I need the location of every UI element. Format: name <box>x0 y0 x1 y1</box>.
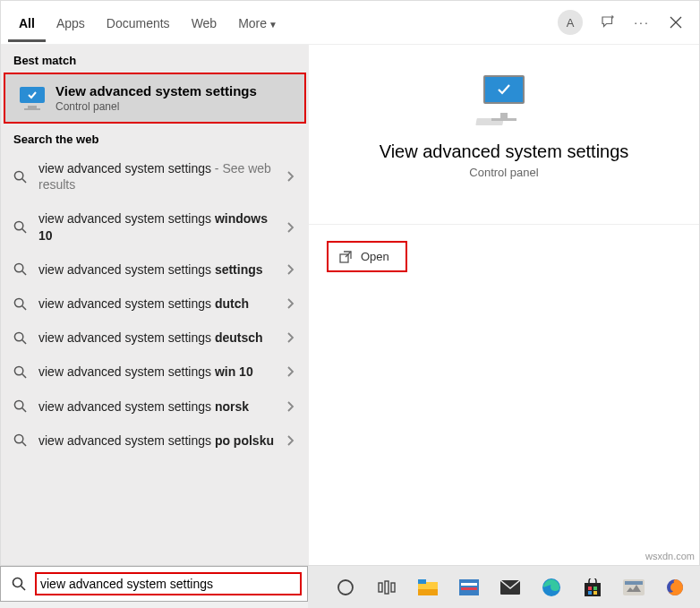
web-result-row[interactable]: view advanced system settings win 10 <box>1 355 309 389</box>
svg-line-17 <box>22 442 26 446</box>
web-result-text: view advanced system settings windows 10 <box>38 210 281 243</box>
svg-point-14 <box>14 401 22 409</box>
watermark: wsxdn.com <box>645 551 695 561</box>
feedback-icon[interactable] <box>599 13 617 31</box>
close-icon[interactable] <box>667 13 685 31</box>
best-match-result[interactable]: View advanced system settings Control pa… <box>4 73 306 124</box>
best-match-title: View advanced system settings <box>55 83 257 98</box>
svg-line-9 <box>22 305 26 309</box>
svg-rect-29 <box>461 583 477 586</box>
svg-rect-27 <box>418 589 438 595</box>
search-icon <box>13 297 30 311</box>
svg-point-8 <box>14 298 22 306</box>
web-result-text: view advanced system settings norsk <box>38 398 281 415</box>
web-result-text: view advanced system settings deutsch <box>38 330 281 346</box>
tab-apps[interactable]: Apps <box>46 4 96 42</box>
svg-rect-36 <box>588 591 592 595</box>
svg-line-3 <box>22 179 26 183</box>
search-icon <box>13 220 30 234</box>
chevron-down-icon: ▼ <box>269 20 277 30</box>
chevron-right-icon[interactable] <box>281 400 300 413</box>
svg-rect-24 <box>391 583 395 592</box>
chevron-right-icon[interactable] <box>281 365 300 378</box>
web-result-row[interactable]: view advanced system settings norsk <box>1 390 309 424</box>
svg-point-4 <box>14 221 22 229</box>
section-best-match: Best match <box>1 45 309 73</box>
chevron-right-icon[interactable] <box>281 221 300 234</box>
search-icon <box>13 433 30 447</box>
svg-rect-37 <box>593 591 597 595</box>
search-bar[interactable] <box>0 566 308 602</box>
firefox-icon[interactable] <box>664 577 686 598</box>
file-explorer-icon[interactable] <box>417 577 439 598</box>
search-icon <box>13 262 30 276</box>
taskbar <box>308 566 700 608</box>
preview-panel: View advanced system settings Control pa… <box>309 45 699 565</box>
section-web: Search the web <box>1 124 309 151</box>
chevron-right-icon[interactable] <box>281 170 300 183</box>
tab-all[interactable]: All <box>8 4 46 42</box>
chevron-right-icon[interactable] <box>281 331 300 344</box>
chevron-right-icon[interactable] <box>281 297 300 310</box>
web-result-text: view advanced system settings win 10 <box>38 364 281 380</box>
app-icon-1[interactable] <box>458 577 480 598</box>
web-result-text: view advanced system settings dutch <box>38 295 281 312</box>
svg-line-15 <box>22 408 26 412</box>
svg-rect-23 <box>385 581 388 594</box>
web-result-row[interactable]: view advanced system settings dutch <box>1 287 309 321</box>
svg-point-2 <box>14 171 22 179</box>
mail-icon[interactable] <box>499 577 521 598</box>
web-result-row[interactable]: view advanced system settings settings <box>1 253 309 287</box>
search-icon <box>13 170 30 184</box>
tab-web[interactable]: Web <box>181 4 228 42</box>
svg-rect-34 <box>588 587 592 590</box>
svg-line-11 <box>22 340 26 344</box>
search-icon <box>12 577 30 591</box>
web-result-text: view advanced system settings po polsku <box>38 432 281 449</box>
tab-documents[interactable]: Documents <box>96 4 181 42</box>
search-icon <box>13 365 30 379</box>
cortana-icon[interactable] <box>335 577 356 598</box>
more-options-icon[interactable]: ··· <box>633 13 651 31</box>
control-panel-icon <box>18 87 47 110</box>
app-icon-2[interactable] <box>623 577 645 598</box>
web-result-text: view advanced system settings - See web … <box>38 160 281 193</box>
svg-line-20 <box>21 587 26 591</box>
svg-line-13 <box>22 374 26 378</box>
svg-rect-26 <box>418 579 426 584</box>
svg-rect-33 <box>585 583 601 596</box>
task-view-icon[interactable] <box>376 577 397 598</box>
search-input[interactable] <box>40 577 296 591</box>
svg-point-10 <box>14 332 22 340</box>
chevron-right-icon[interactable] <box>281 263 300 276</box>
svg-point-19 <box>13 578 22 587</box>
search-icon <box>13 399 30 413</box>
preview-title: View advanced system settings <box>380 141 629 162</box>
tab-more[interactable]: More▼ <box>227 4 288 42</box>
open-button[interactable]: Open <box>327 241 407 272</box>
preview-icon <box>473 72 535 125</box>
svg-point-16 <box>14 435 22 443</box>
svg-line-5 <box>22 229 26 233</box>
svg-point-21 <box>338 580 353 595</box>
edge-icon[interactable] <box>541 577 562 598</box>
open-external-icon <box>339 251 352 263</box>
chevron-right-icon[interactable] <box>281 434 300 447</box>
svg-line-7 <box>22 271 26 275</box>
web-result-row[interactable]: view advanced system settings - See web … <box>1 151 309 201</box>
svg-rect-22 <box>379 583 382 592</box>
web-result-text: view advanced system settings settings <box>38 261 281 278</box>
store-icon[interactable] <box>582 577 603 598</box>
svg-rect-35 <box>593 587 597 590</box>
svg-rect-39 <box>625 581 643 585</box>
results-panel: Best match View advanced system settings… <box>1 45 309 565</box>
web-result-row[interactable]: view advanced system settings po polsku <box>1 424 309 458</box>
preview-subtitle: Control panel <box>469 166 538 179</box>
web-result-row[interactable]: view advanced system settings deutsch <box>1 321 309 355</box>
best-match-subtitle: Control panel <box>55 100 257 113</box>
user-avatar[interactable]: A <box>558 10 583 35</box>
svg-point-6 <box>14 264 22 272</box>
svg-rect-30 <box>461 587 477 590</box>
web-result-row[interactable]: view advanced system settings windows 10 <box>1 201 309 252</box>
filter-tabs: All Apps Documents Web More▼ A ··· <box>1 1 699 44</box>
